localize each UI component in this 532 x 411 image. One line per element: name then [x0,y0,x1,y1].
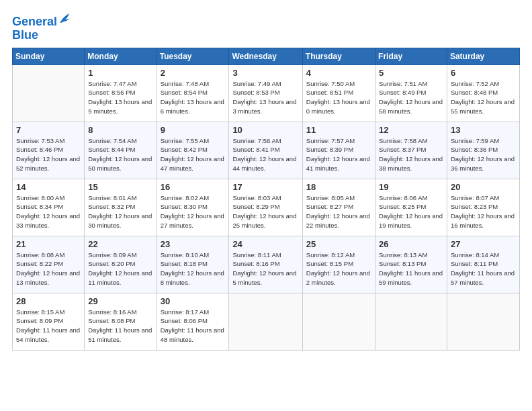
header: General Blue [12,12,520,42]
calendar-cell [447,293,519,350]
calendar-week-row: 1Sunrise: 7:47 AMSunset: 8:56 PMDaylight… [13,64,520,122]
calendar-cell: 17Sunrise: 8:03 AMSunset: 8:29 PMDayligh… [229,179,302,236]
day-number: 18 [306,182,371,192]
day-number: 24 [232,239,298,249]
day-number: 30 [161,296,226,306]
logo-text: General Blue [12,12,71,42]
logo-blue: Blue [12,28,38,42]
day-info: Sunrise: 8:08 AMSunset: 8:22 PMDaylight:… [16,250,81,287]
calendar-table: SundayMondayTuesdayWednesdayThursdayFrid… [12,48,520,351]
calendar-cell: 14Sunrise: 8:00 AMSunset: 8:34 PMDayligh… [13,179,85,236]
calendar-cell: 18Sunrise: 8:05 AMSunset: 8:27 PMDayligh… [302,179,375,236]
calendar-week-row: 21Sunrise: 8:08 AMSunset: 8:22 PMDayligh… [13,236,520,293]
day-number: 17 [232,182,298,192]
day-number: 2 [161,68,226,78]
day-number: 21 [16,239,81,249]
logo: General Blue [12,12,71,42]
day-number: 12 [379,125,443,135]
calendar-week-row: 28Sunrise: 8:15 AMSunset: 8:09 PMDayligh… [13,293,520,350]
day-info: Sunrise: 7:56 AMSunset: 8:41 PMDaylight:… [232,136,298,173]
day-info: Sunrise: 8:07 AMSunset: 8:23 PMDaylight:… [451,193,516,230]
day-info: Sunrise: 8:16 AMSunset: 8:08 PMDaylight:… [88,308,152,345]
day-number: 22 [88,239,152,249]
calendar-cell: 25Sunrise: 8:12 AMSunset: 8:15 PMDayligh… [302,236,375,293]
day-number: 3 [232,68,298,78]
calendar-cell: 27Sunrise: 8:14 AMSunset: 8:11 PMDayligh… [447,236,519,293]
calendar-cell: 19Sunrise: 8:06 AMSunset: 8:25 PMDayligh… [375,179,447,236]
day-number: 13 [451,125,516,135]
page: General Blue SundayMondayTuesdayWednesda… [0,0,532,411]
weekday-header-saturday: Saturday [447,48,519,64]
day-number: 4 [306,68,371,78]
day-info: Sunrise: 7:49 AMSunset: 8:53 PMDaylight:… [232,79,298,116]
day-number: 10 [232,125,298,135]
weekday-header-row: SundayMondayTuesdayWednesdayThursdayFrid… [13,48,520,64]
calendar-cell: 22Sunrise: 8:09 AMSunset: 8:20 PMDayligh… [85,236,157,293]
calendar-week-row: 14Sunrise: 8:00 AMSunset: 8:34 PMDayligh… [13,179,520,236]
day-info: Sunrise: 7:55 AMSunset: 8:42 PMDaylight:… [161,136,226,173]
day-info: Sunrise: 7:59 AMSunset: 8:36 PMDaylight:… [451,136,516,173]
day-info: Sunrise: 7:52 AMSunset: 8:48 PMDaylight:… [451,79,516,116]
calendar-cell: 3Sunrise: 7:49 AMSunset: 8:53 PMDaylight… [229,64,302,122]
calendar-cell: 4Sunrise: 7:50 AMSunset: 8:51 PMDaylight… [302,64,375,122]
calendar-cell: 23Sunrise: 8:10 AMSunset: 8:18 PMDayligh… [157,236,229,293]
calendar-cell: 13Sunrise: 7:59 AMSunset: 8:36 PMDayligh… [447,122,519,179]
day-info: Sunrise: 7:54 AMSunset: 8:44 PMDaylight:… [88,136,152,173]
day-number: 8 [88,125,152,135]
day-info: Sunrise: 8:01 AMSunset: 8:32 PMDaylight:… [88,193,152,230]
calendar-cell: 28Sunrise: 8:15 AMSunset: 8:09 PMDayligh… [13,293,85,350]
day-number: 7 [16,125,81,135]
day-number: 9 [161,125,226,135]
day-info: Sunrise: 8:06 AMSunset: 8:25 PMDaylight:… [379,193,443,230]
calendar-cell [302,293,375,350]
calendar-cell: 7Sunrise: 7:53 AMSunset: 8:46 PMDaylight… [13,122,85,179]
calendar-cell [229,293,302,350]
calendar-cell: 1Sunrise: 7:47 AMSunset: 8:56 PMDaylight… [85,64,157,122]
day-number: 25 [306,239,371,249]
calendar-cell: 15Sunrise: 8:01 AMSunset: 8:32 PMDayligh… [85,179,157,236]
weekday-header-wednesday: Wednesday [229,48,302,64]
day-info: Sunrise: 8:09 AMSunset: 8:20 PMDaylight:… [88,250,152,287]
day-number: 23 [161,239,226,249]
day-number: 6 [451,68,516,78]
calendar-cell: 8Sunrise: 7:54 AMSunset: 8:44 PMDaylight… [85,122,157,179]
day-number: 11 [306,125,371,135]
calendar-cell: 2Sunrise: 7:48 AMSunset: 8:54 PMDaylight… [157,64,229,122]
day-number: 26 [379,239,443,249]
day-number: 14 [16,182,81,192]
logo-general: General [12,15,57,28]
calendar-cell [375,293,447,350]
weekday-header-thursday: Thursday [302,48,375,64]
day-number: 1 [88,68,152,78]
day-info: Sunrise: 7:57 AMSunset: 8:39 PMDaylight:… [306,136,371,173]
calendar-cell: 24Sunrise: 8:11 AMSunset: 8:16 PMDayligh… [229,236,302,293]
calendar-cell: 6Sunrise: 7:52 AMSunset: 8:48 PMDaylight… [447,64,519,122]
day-info: Sunrise: 8:00 AMSunset: 8:34 PMDaylight:… [16,193,81,230]
day-info: Sunrise: 8:17 AMSunset: 8:06 PMDaylight:… [161,308,226,345]
day-info: Sunrise: 8:14 AMSunset: 8:11 PMDaylight:… [451,250,516,287]
weekday-header-friday: Friday [375,48,447,64]
day-info: Sunrise: 8:10 AMSunset: 8:18 PMDaylight:… [161,250,226,287]
calendar-cell: 11Sunrise: 7:57 AMSunset: 8:39 PMDayligh… [302,122,375,179]
day-number: 27 [451,239,516,249]
logo-bird-icon [58,11,71,26]
day-info: Sunrise: 7:48 AMSunset: 8:54 PMDaylight:… [161,79,226,116]
calendar-cell: 20Sunrise: 8:07 AMSunset: 8:23 PMDayligh… [447,179,519,236]
day-info: Sunrise: 7:53 AMSunset: 8:46 PMDaylight:… [16,136,81,173]
day-number: 19 [379,182,443,192]
day-info: Sunrise: 7:50 AMSunset: 8:51 PMDaylight:… [306,79,371,116]
calendar-cell: 5Sunrise: 7:51 AMSunset: 8:49 PMDaylight… [375,64,447,122]
calendar-cell: 10Sunrise: 7:56 AMSunset: 8:41 PMDayligh… [229,122,302,179]
calendar-cell: 30Sunrise: 8:17 AMSunset: 8:06 PMDayligh… [157,293,229,350]
calendar-cell: 29Sunrise: 8:16 AMSunset: 8:08 PMDayligh… [85,293,157,350]
day-info: Sunrise: 8:13 AMSunset: 8:13 PMDaylight:… [379,250,443,287]
weekday-header-monday: Monday [85,48,157,64]
calendar-cell [13,64,85,122]
day-info: Sunrise: 8:05 AMSunset: 8:27 PMDaylight:… [306,193,371,230]
calendar-cell: 16Sunrise: 8:02 AMSunset: 8:30 PMDayligh… [157,179,229,236]
day-info: Sunrise: 8:12 AMSunset: 8:15 PMDaylight:… [306,250,371,287]
day-info: Sunrise: 8:02 AMSunset: 8:30 PMDaylight:… [161,193,226,230]
calendar-cell: 9Sunrise: 7:55 AMSunset: 8:42 PMDaylight… [157,122,229,179]
calendar-cell: 12Sunrise: 7:58 AMSunset: 8:37 PMDayligh… [375,122,447,179]
day-info: Sunrise: 7:51 AMSunset: 8:49 PMDaylight:… [379,79,443,116]
